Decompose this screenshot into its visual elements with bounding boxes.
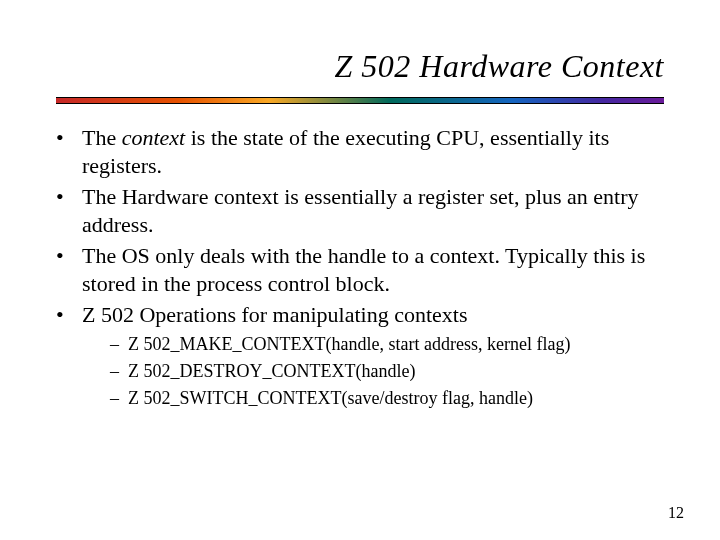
text: Z 502 Operations for manipulating contex… bbox=[82, 302, 468, 327]
text-emphasis: context bbox=[122, 125, 186, 150]
text: Z 502_MAKE_CONTEXT(handle, start address… bbox=[128, 334, 570, 354]
slide-title: Z 502 Hardware Context bbox=[0, 0, 720, 93]
list-item: Z 502_DESTROY_CONTEXT(handle) bbox=[110, 358, 664, 385]
text: The bbox=[82, 125, 122, 150]
list-item: Z 502 Operations for manipulating contex… bbox=[56, 301, 664, 412]
sub-bullet-list: Z 502_MAKE_CONTEXT(handle, start address… bbox=[82, 331, 664, 412]
text: Z 502_SWITCH_CONTEXT(save/destroy flag, … bbox=[128, 388, 533, 408]
bullet-list: The context is the state of the executin… bbox=[56, 124, 664, 412]
list-item: The Hardware context is essentially a re… bbox=[56, 183, 664, 238]
text: Z 502_DESTROY_CONTEXT(handle) bbox=[128, 361, 415, 381]
page-number: 12 bbox=[668, 504, 684, 522]
list-item: Z 502_SWITCH_CONTEXT(save/destroy flag, … bbox=[110, 385, 664, 412]
list-item: Z 502_MAKE_CONTEXT(handle, start address… bbox=[110, 331, 664, 358]
slide-body: The context is the state of the executin… bbox=[0, 104, 720, 412]
list-item: The OS only deals with the handle to a c… bbox=[56, 242, 664, 297]
text: The OS only deals with the handle to a c… bbox=[82, 243, 645, 296]
list-item: The context is the state of the executin… bbox=[56, 124, 664, 179]
slide: Z 502 Hardware Context The context is th… bbox=[0, 0, 720, 540]
text: The Hardware context is essentially a re… bbox=[82, 184, 639, 237]
title-underline bbox=[56, 97, 664, 104]
